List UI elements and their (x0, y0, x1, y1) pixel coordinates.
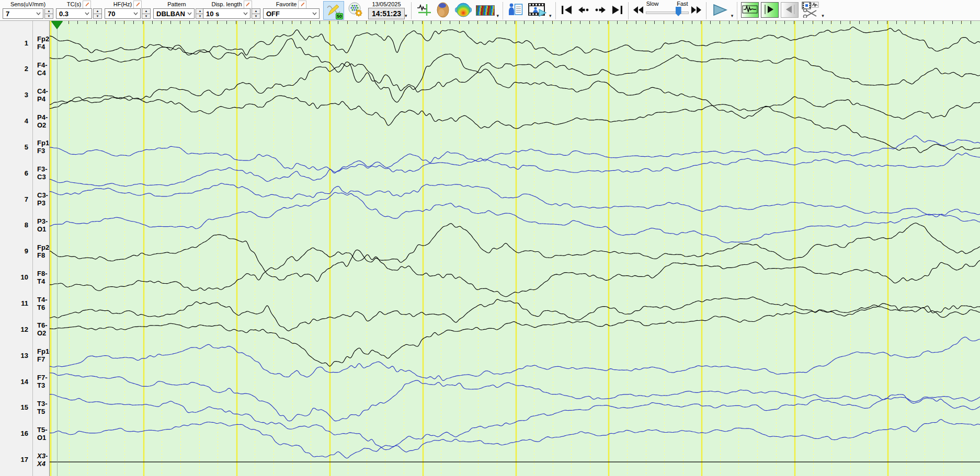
favorite-combo[interactable]: OFF (263, 8, 320, 19)
video-cut-menu-caret[interactable]: ▾ (822, 13, 824, 18)
pencil-icon[interactable] (298, 1, 306, 9)
channel-row[interactable]: 8P3-O1 (0, 221, 49, 229)
channel-row[interactable]: 6F3-C3 (0, 169, 49, 177)
channel-number: 5 (0, 143, 32, 151)
channel-row[interactable]: 11T4-T6 (0, 299, 49, 308)
display-length-spinner[interactable]: ▲▼ (252, 8, 260, 19)
channel-label: X3-X4 (32, 452, 49, 468)
sens-field: Sens(uV/mm) 7 ▲▼ (3, 1, 53, 19)
tc-combo[interactable]: 0.3 (56, 8, 92, 19)
review-back-button[interactable] (781, 2, 799, 18)
position-marker[interactable] (51, 21, 63, 29)
fast-forward-button[interactable] (690, 5, 703, 17)
step-back-button[interactable] (577, 5, 590, 17)
slider-thumb[interactable] (676, 7, 681, 16)
hf-spinner[interactable]: ▲▼ (142, 8, 151, 19)
skip-to-end-button[interactable] (611, 5, 623, 17)
patient-info-icon (508, 3, 523, 18)
hf-combo[interactable]: 70 (105, 8, 141, 19)
channel-label: Fp1-F3 (32, 139, 51, 155)
pattern-value: DBLBAN (156, 10, 185, 18)
play-menu-caret[interactable]: ▾ (731, 13, 734, 18)
step-forward-button[interactable] (594, 5, 607, 17)
chevron-down-icon (133, 12, 138, 15)
sens-combo[interactable]: 7 (3, 8, 43, 19)
pattern-combo[interactable]: DBLBAN (153, 8, 195, 19)
sens-spinner[interactable]: ▲▼ (44, 8, 53, 19)
pattern-field: Pattern DBLBAN ▲▼ (153, 1, 200, 19)
date-label: 13/05/2025 (372, 1, 401, 8)
pencil-icon[interactable] (83, 1, 91, 9)
channel-label: C3-P3 (32, 191, 49, 207)
speed-slow-label: Slow (646, 1, 659, 8)
notch-frequency-badge: 50 (336, 13, 343, 19)
review-wave-icon (742, 3, 758, 18)
display-length-combo[interactable]: 10 s (203, 8, 250, 19)
review-play-icon (762, 3, 778, 18)
favorite-field: Favorite OFF (263, 1, 320, 19)
channel-row[interactable]: 12T6-O2 (0, 325, 49, 333)
channel-label: T4-T6 (32, 296, 49, 311)
eeg-traces-canvas[interactable] (50, 21, 980, 476)
review-wave-button[interactable] (741, 2, 759, 18)
notch-filter-button[interactable]: 50 (323, 1, 344, 20)
channel-row[interactable]: 16T5-O1 (0, 429, 49, 438)
channel-row[interactable]: 17X3-X4 (0, 456, 49, 464)
event-cursor-button[interactable] (415, 1, 434, 20)
tc-field: TC(s) 0.3 ▲▼ (56, 1, 102, 19)
datetime-group: 13/05/2025 14:51:23 (368, 1, 405, 19)
rewind-button[interactable] (632, 5, 644, 17)
pencil-icon[interactable] (244, 1, 252, 9)
channel-label: Fp2-F8 (32, 243, 51, 259)
channel-label: F8-T4 (32, 270, 49, 285)
skip-start-icon (561, 9, 573, 17)
slider-track[interactable] (646, 11, 689, 14)
channel-number: 9 (0, 247, 32, 255)
play-icon (711, 10, 729, 18)
patient-info-button[interactable] (506, 1, 525, 20)
spectrogram-button[interactable] (474, 1, 496, 20)
hf-label: HF(Hz) (113, 1, 132, 8)
datetime-menu-caret[interactable]: ▾ (405, 13, 407, 18)
skip-to-start-button[interactable] (561, 5, 573, 17)
step-back-icon (577, 9, 590, 17)
channel-row[interactable]: 4P4-O2 (0, 117, 49, 125)
video-menu-caret[interactable]: ▾ (549, 13, 552, 18)
channel-row[interactable]: 2F4-C4 (0, 65, 49, 73)
channel-row[interactable]: 13Fp1-F7 (0, 351, 49, 359)
favorite-label: Favorite (276, 1, 297, 8)
channel-row[interactable]: 7C3-P3 (0, 195, 49, 203)
spin-down-icon[interactable]: ▼ (44, 14, 53, 19)
spin-down-icon[interactable]: ▼ (252, 14, 260, 19)
channel-label: T6-O2 (32, 321, 49, 337)
review-play-button[interactable] (761, 2, 779, 18)
pencil-icon[interactable] (133, 1, 142, 9)
spin-down-icon[interactable]: ▼ (93, 14, 102, 19)
channel-row[interactable]: 14F7-T3 (0, 377, 49, 386)
channel-label: Fp1-F7 (32, 347, 51, 363)
channel-row[interactable]: 10F8-T4 (0, 273, 49, 282)
channel-number: 16 (0, 429, 32, 437)
channel-row[interactable]: 3C4-P4 (0, 91, 49, 99)
head-3d-map-button[interactable] (435, 1, 452, 20)
spin-down-icon[interactable]: ▼ (142, 14, 151, 19)
sens-label: Sens(uV/mm) (10, 1, 45, 8)
rewind-icon (632, 9, 644, 17)
channel-row[interactable]: 9Fp2-F8 (0, 247, 49, 256)
tc-label: TC(s) (67, 1, 82, 8)
speed-slider[interactable]: Slow Fast (646, 1, 689, 18)
channel-label: P3-O1 (32, 217, 49, 233)
channel-row[interactable]: 15T3-T5 (0, 403, 49, 412)
channel-row[interactable]: 1Fp2-F4 (0, 39, 49, 47)
play-button[interactable] (711, 3, 729, 18)
channel-row[interactable]: 5Fp1-F3 (0, 143, 49, 151)
tc-spinner[interactable]: ▲▼ (93, 8, 102, 19)
topo-map-button[interactable] (453, 1, 473, 20)
eeg-display-area[interactable] (50, 21, 980, 476)
montage-settings-button[interactable] (345, 1, 365, 20)
spectrogram-icon (476, 5, 495, 16)
video-cut-button[interactable] (800, 1, 821, 20)
channel-label: C4-P4 (32, 87, 49, 103)
maps-menu-caret[interactable]: ▾ (497, 13, 499, 18)
video-button[interactable] (526, 1, 549, 20)
